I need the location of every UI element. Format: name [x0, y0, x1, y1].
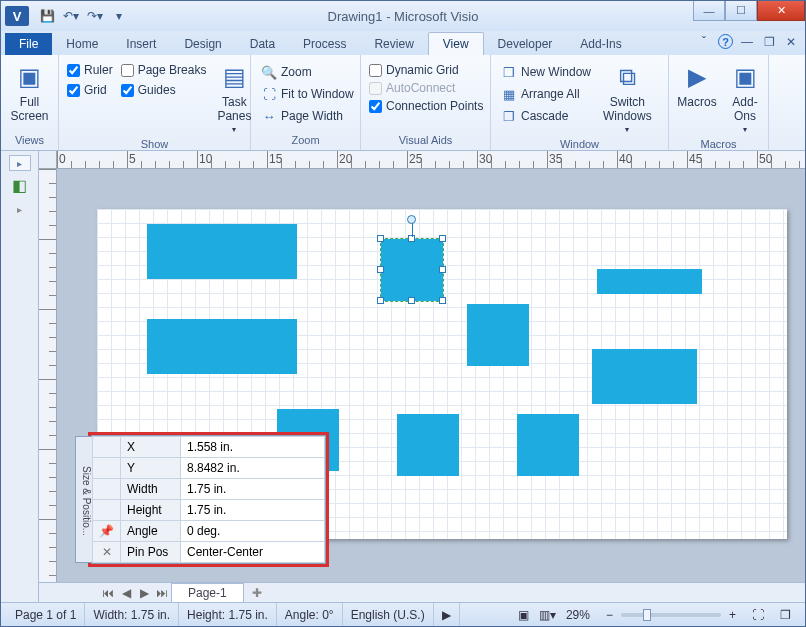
autoconnect-checkbox[interactable]: AutoConnect — [369, 81, 483, 95]
expand-shapes-button[interactable]: ▸ — [9, 155, 31, 171]
shape[interactable] — [592, 349, 697, 404]
view-mode-wide[interactable]: ▥▾ — [537, 603, 558, 626]
shape[interactable] — [517, 414, 579, 476]
selection-handle[interactable] — [439, 297, 446, 304]
zoom-in-button[interactable]: + — [721, 603, 744, 626]
app-window: V 💾 ↶▾ ↷▾ ▾ Drawing1 - Microsoft Visio —… — [0, 0, 806, 627]
tab-home[interactable]: Home — [52, 33, 112, 55]
tab-data[interactable]: Data — [236, 33, 289, 55]
grid-checkbox[interactable]: Grid — [67, 83, 113, 97]
shape[interactable] — [467, 304, 529, 366]
addons-button[interactable]: ▣ Add-Ons▾ — [723, 59, 767, 136]
shapes-more-icon[interactable]: ▸ — [10, 199, 30, 219]
macros-button[interactable]: ▶ Macros — [675, 59, 719, 111]
mdi-minimize-icon[interactable]: — — [739, 34, 755, 50]
qat-dropdown-icon[interactable]: ▾ — [109, 6, 129, 26]
size-position-row[interactable]: X1.558 in. — [93, 437, 325, 458]
ruler-checkbox[interactable]: Ruler — [67, 63, 113, 77]
maximize-button[interactable]: ☐ — [725, 1, 757, 21]
last-page-button[interactable]: ⏭ — [153, 586, 171, 600]
size-position-window[interactable]: Size & Positio... X1.558 in.Y8.8482 in.W… — [91, 435, 326, 564]
shape[interactable] — [147, 319, 297, 374]
first-page-button[interactable]: ⏮ — [99, 586, 117, 600]
redo-icon[interactable]: ↷▾ — [85, 6, 105, 26]
zoom-button[interactable]: 🔍Zoom — [259, 63, 356, 81]
row-value[interactable]: 8.8482 in. — [181, 458, 325, 479]
help-icon[interactable]: ? — [718, 34, 733, 49]
horizontal-ruler[interactable]: 0510152025303540455055 — [57, 151, 805, 169]
view-mode-normal[interactable]: ▣ — [510, 603, 537, 626]
shape[interactable] — [597, 269, 702, 294]
status-zoom[interactable]: 29% — [558, 603, 598, 626]
shape[interactable] — [147, 224, 297, 279]
row-value[interactable]: 1.75 in. — [181, 479, 325, 500]
size-position-row[interactable]: Width1.75 in. — [93, 479, 325, 500]
selection-handle[interactable] — [377, 235, 384, 242]
file-tab[interactable]: File — [5, 33, 52, 55]
vertical-ruler[interactable] — [39, 169, 57, 582]
minimize-ribbon-icon[interactable]: ˇ — [696, 34, 712, 50]
row-value[interactable]: 1.75 in. — [181, 500, 325, 521]
arrange-all-button[interactable]: ▦Arrange All — [499, 85, 593, 103]
task-panes-button[interactable]: ▤ Task Panes▾ — [212, 59, 256, 136]
page-tab-1[interactable]: Page-1 — [171, 583, 244, 602]
tab-view[interactable]: View — [428, 32, 484, 55]
zoom-slider[interactable] — [621, 613, 721, 617]
insert-page-button[interactable]: ✚ — [244, 584, 270, 602]
selection-handle[interactable] — [439, 266, 446, 273]
next-page-button[interactable]: ▶ — [135, 586, 153, 600]
save-icon[interactable]: 💾 — [37, 6, 57, 26]
macro-record-button[interactable]: ▶ — [434, 603, 460, 626]
status-width: Width: 1.75 in. — [85, 603, 179, 626]
cascade-icon: ❐ — [501, 108, 517, 124]
addons-icon: ▣ — [729, 61, 761, 93]
row-icon — [93, 479, 121, 500]
dynamic-grid-checkbox[interactable]: Dynamic Grid — [369, 63, 483, 77]
row-value[interactable]: 1.558 in. — [181, 437, 325, 458]
selection-handle[interactable] — [377, 266, 384, 273]
ribbon: ▣ Full Screen Views Ruler Grid Page Brea… — [1, 55, 805, 151]
switch-window-status-button[interactable]: ❐ — [772, 603, 799, 626]
cascade-button[interactable]: ❐Cascade — [499, 107, 593, 125]
zoom-out-button[interactable]: − — [598, 603, 621, 626]
size-position-row[interactable]: Y8.8482 in. — [93, 458, 325, 479]
switch-windows-icon: ⧉ — [611, 61, 643, 93]
row-value[interactable]: 0 deg. — [181, 521, 325, 542]
connection-points-checkbox[interactable]: Connection Points — [369, 99, 483, 113]
size-position-row[interactable]: 📌Angle0 deg. — [93, 521, 325, 542]
shapes-stencil-icon[interactable]: ◧ — [10, 175, 30, 195]
prev-page-button[interactable]: ◀ — [117, 586, 135, 600]
minimize-button[interactable]: — — [693, 1, 725, 21]
fit-icon: ⛶ — [261, 86, 277, 102]
status-height: Height: 1.75 in. — [179, 603, 277, 626]
tab-design[interactable]: Design — [170, 33, 235, 55]
guides-checkbox[interactable]: Guides — [121, 83, 207, 97]
switch-windows-button[interactable]: ⧉ Switch Windows▾ — [599, 59, 656, 136]
full-screen-button[interactable]: ▣ Full Screen — [7, 59, 52, 125]
fit-to-window-button[interactable]: ⛶Fit to Window — [259, 85, 356, 103]
row-value[interactable]: Center-Center — [181, 542, 325, 563]
selection-handle[interactable] — [377, 297, 384, 304]
tab-addins[interactable]: Add-Ins — [566, 33, 635, 55]
fit-page-button[interactable]: ⛶ — [744, 603, 772, 626]
mdi-close-icon[interactable]: ✕ — [783, 34, 799, 50]
size-position-title[interactable]: Size & Positio... — [75, 436, 92, 563]
tab-review[interactable]: Review — [360, 33, 427, 55]
size-position-row[interactable]: Height1.75 in. — [93, 500, 325, 521]
close-button[interactable]: ✕ — [757, 1, 805, 21]
page-breaks-checkbox[interactable]: Page Breaks — [121, 63, 207, 77]
selection-handle[interactable] — [439, 235, 446, 242]
page-width-button[interactable]: ↔Page Width — [259, 107, 356, 125]
mdi-restore-icon[interactable]: ❐ — [761, 34, 777, 50]
status-language[interactable]: English (U.S.) — [343, 603, 434, 626]
app-icon[interactable]: V — [5, 6, 29, 26]
shape[interactable] — [381, 239, 443, 301]
selection-handle[interactable] — [408, 297, 415, 304]
new-window-button[interactable]: ❒New Window — [499, 63, 593, 81]
shape[interactable] — [397, 414, 459, 476]
tab-developer[interactable]: Developer — [484, 33, 567, 55]
tab-process[interactable]: Process — [289, 33, 360, 55]
size-position-row[interactable]: ✕Pin PosCenter-Center — [93, 542, 325, 563]
undo-icon[interactable]: ↶▾ — [61, 6, 81, 26]
tab-insert[interactable]: Insert — [112, 33, 170, 55]
